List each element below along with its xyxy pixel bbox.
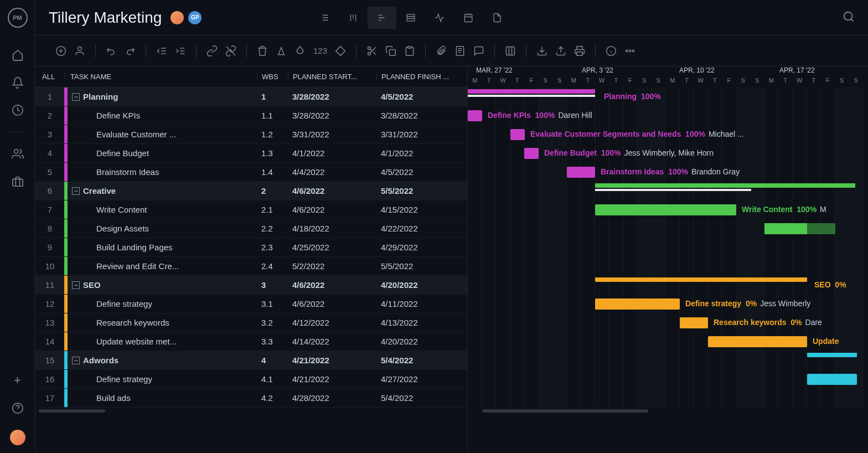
- columns-icon[interactable]: [505, 45, 516, 56]
- fill-icon[interactable]: [294, 45, 306, 56]
- gantt-row[interactable]: [468, 219, 868, 238]
- task-row[interactable]: 10 Review and Edit Cre... 2.4 5/2/2022 5…: [35, 257, 467, 276]
- gantt-bar[interactable]: [708, 336, 807, 347]
- task-row[interactable]: 12 Define strategy 3.1 4/6/2022 4/11/202…: [35, 295, 467, 313]
- search-icon[interactable]: [843, 11, 855, 25]
- delete-icon[interactable]: [257, 45, 268, 56]
- gantt-bar[interactable]: [807, 374, 857, 385]
- collapse-icon[interactable]: −: [72, 281, 80, 289]
- view-calendar-icon[interactable]: [454, 7, 483, 29]
- export-icon[interactable]: [555, 45, 566, 56]
- col-planned-start[interactable]: PLANNED START...: [288, 73, 376, 81]
- gantt-row[interactable]: [468, 238, 868, 257]
- task-row[interactable]: 17 Build ads 4.2 4/28/2022 5/4/2022: [35, 389, 467, 408]
- task-row[interactable]: 8 Design Assets 2.2 4/18/2022 4/22/2022: [35, 219, 467, 238]
- task-row[interactable]: 2 Define KPIs 1.1 3/28/2022 3/28/2022: [35, 106, 467, 125]
- gantt-bar[interactable]: [468, 89, 595, 94]
- briefcase-icon[interactable]: [12, 176, 24, 188]
- add-task-icon[interactable]: [55, 45, 66, 56]
- text-icon[interactable]: [276, 45, 287, 56]
- col-wbs[interactable]: WBS: [257, 73, 288, 81]
- logo[interactable]: PM: [8, 8, 28, 28]
- clock-icon[interactable]: [12, 104, 24, 116]
- collapse-icon[interactable]: −: [72, 93, 80, 101]
- gantt-row[interactable]: [468, 182, 868, 200]
- gantt-row[interactable]: Define Budget 100%Jess Wimberly, Mike Ho…: [468, 144, 868, 163]
- gantt-row[interactable]: SEO 0%: [468, 276, 868, 295]
- task-row[interactable]: 14 Update website met... 3.3 4/14/2022 4…: [35, 332, 467, 351]
- gantt-bar[interactable]: [595, 298, 680, 310]
- gantt-bar[interactable]: [595, 204, 736, 215]
- notes-icon[interactable]: [454, 45, 466, 56]
- col-name[interactable]: TASK NAME: [64, 73, 257, 81]
- gantt-bar[interactable]: [595, 183, 855, 188]
- import-icon[interactable]: [536, 45, 547, 56]
- collapse-icon[interactable]: −: [72, 187, 80, 195]
- gantt-bar[interactable]: [524, 148, 539, 159]
- bell-icon[interactable]: [12, 76, 24, 89]
- col-planned-finish[interactable]: PLANNED FINISH ...: [376, 73, 467, 81]
- gantt-row[interactable]: Brainstorm Ideas 100%Brandon Gray: [468, 163, 868, 182]
- gantt-bar[interactable]: [567, 167, 595, 178]
- gantt-row[interactable]: Planning 100%: [468, 87, 868, 106]
- gantt-bar[interactable]: [468, 110, 482, 121]
- gantt-row[interactable]: [468, 351, 868, 370]
- task-row[interactable]: 3 Evaluate Customer ... 1.2 3/31/2022 3/…: [35, 125, 467, 144]
- redo-icon[interactable]: [125, 45, 136, 56]
- gantt-row[interactable]: Define strategy 0%Jess Wimberly: [468, 295, 868, 313]
- gantt-bar[interactable]: [764, 223, 835, 234]
- undo-icon[interactable]: [106, 45, 117, 56]
- copy-icon[interactable]: [385, 45, 396, 56]
- team-icon[interactable]: [12, 148, 24, 160]
- gantt-bar[interactable]: [595, 277, 807, 282]
- gantt-row[interactable]: [468, 257, 868, 276]
- unlink-icon[interactable]: [225, 45, 236, 56]
- member-avatar[interactable]: [170, 11, 184, 24]
- attach-icon[interactable]: [436, 45, 447, 56]
- gantt-row[interactable]: Write Content 100%M: [468, 200, 868, 219]
- comment-icon[interactable]: [473, 45, 484, 56]
- assign-icon[interactable]: [74, 45, 85, 56]
- more-icon[interactable]: [624, 45, 636, 56]
- gantt-scrollbar[interactable]: [468, 408, 868, 414]
- view-sheet-icon[interactable]: [396, 7, 425, 29]
- gantt-row[interactable]: [468, 389, 868, 408]
- info-icon[interactable]: [606, 45, 617, 56]
- view-list-icon[interactable]: [310, 7, 339, 29]
- task-row[interactable]: 1 −Planning 1 3/28/2022 4/5/2022: [35, 87, 467, 106]
- task-row[interactable]: 11 −SEO 3 4/6/2022 4/20/2022: [35, 276, 467, 295]
- task-row[interactable]: 7 Write Content 2.1 4/6/2022 4/15/2022: [35, 200, 467, 219]
- gantt-row[interactable]: Research keywords 0%Dare: [468, 313, 868, 332]
- col-all[interactable]: ALL: [35, 73, 64, 81]
- diamond-icon[interactable]: [335, 45, 346, 56]
- link-icon[interactable]: [206, 45, 218, 56]
- number-label[interactable]: 123: [313, 46, 327, 55]
- help-icon[interactable]: [12, 402, 24, 414]
- view-board-icon[interactable]: [339, 7, 368, 29]
- gantt-bar[interactable]: [510, 129, 525, 140]
- task-row[interactable]: 15 −Adwords 4 4/21/2022 5/4/2022: [35, 351, 467, 370]
- paste-icon[interactable]: [404, 45, 415, 56]
- user-avatar[interactable]: [10, 430, 25, 445]
- view-file-icon[interactable]: [483, 7, 512, 29]
- gantt-bar[interactable]: [807, 353, 857, 357]
- home-icon[interactable]: [12, 49, 24, 61]
- gantt-bar[interactable]: [680, 317, 708, 328]
- gantt-row[interactable]: Evaluate Customer Segments and Needs 100…: [468, 125, 868, 144]
- gantt-row[interactable]: [468, 370, 868, 389]
- gantt-row[interactable]: Update: [468, 332, 868, 351]
- outdent-icon[interactable]: [156, 45, 167, 56]
- print-icon[interactable]: [574, 45, 585, 56]
- task-row[interactable]: 5 Brainstorm Ideas 1.4 4/4/2022 4/5/2022: [35, 163, 467, 182]
- gantt-row[interactable]: Define KPIs 100%Daren Hill: [468, 106, 868, 125]
- add-icon[interactable]: +: [12, 374, 24, 387]
- view-gantt-icon[interactable]: [368, 7, 396, 29]
- indent-icon[interactable]: [175, 45, 186, 56]
- collapse-icon[interactable]: −: [72, 357, 80, 364]
- grid-scrollbar[interactable]: [35, 408, 467, 414]
- task-row[interactable]: 9 Build Landing Pages 2.3 4/25/2022 4/29…: [35, 238, 467, 257]
- task-row[interactable]: 13 Research keywords 3.2 4/12/2022 4/13/…: [35, 313, 467, 332]
- view-activity-icon[interactable]: [425, 7, 454, 29]
- task-row[interactable]: 6 −Creative 2 4/6/2022 5/5/2022: [35, 182, 467, 200]
- task-row[interactable]: 16 Define strategy 4.1 4/21/2022 4/27/20…: [35, 370, 467, 389]
